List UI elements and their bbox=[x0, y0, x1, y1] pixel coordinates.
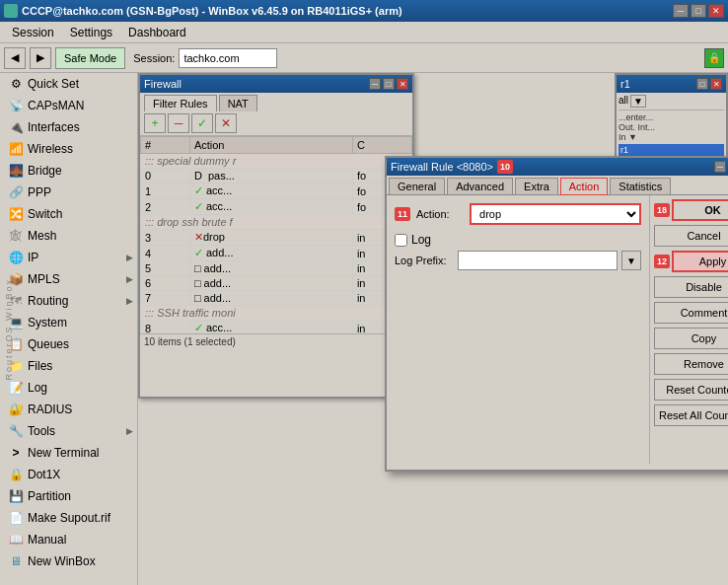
back-button[interactable]: ◀ bbox=[4, 47, 26, 69]
close-button[interactable]: ✕ bbox=[708, 4, 724, 18]
disable-button[interactable]: Disable bbox=[654, 276, 728, 298]
sidebar-item-capsman[interactable]: 📡 CAPsMAN bbox=[0, 95, 137, 116]
sidebar-item-bridge[interactable]: 🌉 Bridge bbox=[0, 160, 137, 182]
session-input[interactable] bbox=[179, 48, 277, 68]
table-row[interactable]: 6 □ add... in bbox=[141, 276, 412, 291]
sidebar-item-label: Queues bbox=[28, 337, 69, 351]
log-prefix-dropdown[interactable]: ▼ bbox=[621, 251, 641, 270]
sidebar-item-switch[interactable]: 🔀 Switch bbox=[0, 203, 137, 225]
sidebar-item-quick-set[interactable]: ⚙ Quick Set bbox=[0, 73, 137, 95]
sidebar-item-ppp[interactable]: 🔗 PPP bbox=[0, 182, 137, 203]
bg-win-close[interactable]: ✕ bbox=[710, 78, 722, 90]
group-header-special: ::: special dummy r bbox=[141, 154, 412, 169]
tab-statistics[interactable]: Statistics bbox=[610, 178, 671, 194]
session-label: Session: bbox=[133, 52, 175, 64]
log-checkbox[interactable] bbox=[395, 234, 407, 247]
table-header-row: # Action C bbox=[141, 137, 412, 154]
log-prefix-input[interactable] bbox=[458, 251, 618, 270]
bg-col-dropdown[interactable]: ▼ bbox=[630, 95, 646, 108]
manual-icon: 📖 bbox=[8, 532, 24, 548]
rule-modal-minimize[interactable]: ─ bbox=[714, 161, 726, 173]
fw-disable-button[interactable]: ✕ bbox=[215, 113, 237, 133]
sidebar-item-files[interactable]: 📁 Files bbox=[0, 355, 137, 377]
sidebar-item-system[interactable]: 💻 System bbox=[0, 312, 137, 333]
sidebar-item-label: New WinBox bbox=[28, 554, 96, 568]
menu-settings[interactable]: Settings bbox=[62, 24, 120, 41]
menu-session[interactable]: Session bbox=[4, 24, 62, 41]
sidebar-item-dot1x[interactable]: 🔒 Dot1X bbox=[0, 464, 137, 485]
bg-win-maximize[interactable]: □ bbox=[696, 78, 708, 90]
fw-remove-button[interactable]: ─ bbox=[168, 113, 189, 133]
interfaces-icon: 🔌 bbox=[8, 119, 24, 135]
rule-modal-title-bar: Firewall Rule <8080> 10 ─ □ ✕ bbox=[387, 158, 728, 176]
apply-button[interactable]: Apply bbox=[672, 251, 728, 272]
cell-action: ✓ acc... bbox=[189, 199, 352, 215]
ok-button[interactable]: OK bbox=[672, 199, 728, 221]
sidebar-item-ip[interactable]: 🌐 IP ▶ bbox=[0, 247, 137, 268]
menu-dashboard[interactable]: Dashboard bbox=[120, 24, 194, 41]
sidebar-item-new-winbox[interactable]: 🖥 New WinBox bbox=[0, 550, 137, 572]
copy-button[interactable]: Copy bbox=[654, 328, 728, 349]
sidebar-item-make-supout[interactable]: 📄 Make Supout.rif bbox=[0, 507, 137, 529]
tab-extra[interactable]: Extra bbox=[515, 178, 558, 194]
fw-win-close[interactable]: ✕ bbox=[397, 78, 408, 90]
forward-button[interactable]: ▶ bbox=[30, 47, 51, 69]
mesh-icon: 🕸 bbox=[8, 228, 24, 244]
cell-num: 7 bbox=[141, 291, 190, 306]
sidebar-item-log[interactable]: 📝 Log bbox=[0, 377, 137, 399]
rule-modal-title-text: Firewall Rule <8080> bbox=[391, 161, 493, 173]
ip-arrow-icon: ▶ bbox=[126, 253, 133, 262]
tab-action[interactable]: Action bbox=[560, 178, 609, 195]
tab-advanced[interactable]: Advanced bbox=[447, 178, 513, 194]
reset-counters-button[interactable]: Reset Counters bbox=[654, 379, 728, 401]
table-row[interactable]: 1 ✓ acc... fo bbox=[141, 183, 412, 199]
tools-arrow-icon: ▶ bbox=[126, 426, 133, 436]
sidebar-item-manual[interactable]: 📖 Manual bbox=[0, 529, 137, 550]
fw-add-button[interactable]: + bbox=[144, 113, 166, 133]
fw-enable-button[interactable]: ✓ bbox=[191, 113, 213, 133]
sidebar-item-tools[interactable]: 🔧 Tools ▶ bbox=[0, 420, 137, 442]
col-c: C bbox=[352, 137, 411, 154]
minimize-button[interactable]: ─ bbox=[673, 4, 689, 18]
table-row[interactable]: 3 ✕drop in bbox=[141, 230, 412, 246]
sidebar-item-label: CAPsMAN bbox=[28, 99, 84, 112]
table-row[interactable]: 0 D pas... fo bbox=[141, 169, 412, 183]
sidebar-item-interfaces[interactable]: 🔌 Interfaces bbox=[0, 116, 137, 138]
bg-window-col-headers: all ▼ bbox=[619, 95, 724, 110]
sidebar-item-wireless[interactable]: 📶 Wireless bbox=[0, 138, 137, 160]
sidebar-item-new-terminal[interactable]: > New Terminal bbox=[0, 442, 137, 464]
tab-filter-rules[interactable]: Filter Rules bbox=[144, 95, 217, 111]
bg-selected-row[interactable]: r1 bbox=[619, 144, 724, 156]
table-row[interactable]: 7 □ add... in bbox=[141, 291, 412, 306]
tab-nat[interactable]: NAT bbox=[219, 95, 257, 111]
comment-button[interactable]: Comment bbox=[654, 302, 728, 324]
safe-mode-button[interactable]: Safe Mode bbox=[55, 47, 125, 69]
table-row[interactable]: 8 ✓ acc... in bbox=[141, 321, 412, 334]
bg-window-controls: □ ✕ bbox=[696, 78, 722, 90]
firewall-table-scroll[interactable]: # Action C ::: special dummy r 0 D pas..… bbox=[140, 136, 412, 333]
rule-modal-badge: 10 bbox=[497, 160, 513, 174]
tab-general[interactable]: General bbox=[389, 178, 445, 194]
group-header-text: ::: SSH traffic moni bbox=[141, 306, 412, 321]
sidebar-item-routing[interactable]: 🗺 Routing ▶ bbox=[0, 290, 137, 312]
cell-num: 5 bbox=[141, 261, 190, 276]
sidebar-item-radius[interactable]: 🔐 RADIUS bbox=[0, 399, 137, 420]
menu-bar: Session Settings Dashboard bbox=[0, 22, 728, 43]
group-header-text: ::: drop ssh brute f bbox=[141, 215, 412, 230]
reset-all-counters-button[interactable]: Reset All Counters bbox=[654, 404, 728, 426]
table-row[interactable]: 5 □ add... in bbox=[141, 261, 412, 276]
fw-win-minimize[interactable]: ─ bbox=[369, 78, 381, 90]
sidebar-item-partition[interactable]: 💾 Partition bbox=[0, 485, 137, 507]
sidebar-item-mpls[interactable]: 📦 MPLS ▶ bbox=[0, 268, 137, 290]
sidebar-item-queues[interactable]: 📋 Queues bbox=[0, 333, 137, 355]
remove-button[interactable]: Remove bbox=[654, 353, 728, 375]
fw-win-maximize[interactable]: □ bbox=[383, 78, 395, 90]
cancel-button[interactable]: Cancel bbox=[654, 225, 728, 247]
action-dropdown[interactable]: drop accept add-src-to-address-list add-… bbox=[470, 203, 641, 225]
sidebar-item-label: System bbox=[28, 316, 67, 329]
toolbar: ◀ ▶ Safe Mode Session: 🔒 bbox=[0, 43, 728, 73]
table-row[interactable]: 2 ✓ acc... fo bbox=[141, 199, 412, 215]
sidebar-item-mesh[interactable]: 🕸 Mesh bbox=[0, 225, 137, 247]
maximize-button[interactable]: □ bbox=[691, 4, 706, 18]
table-row[interactable]: 4 ✓ add... in bbox=[141, 246, 412, 261]
